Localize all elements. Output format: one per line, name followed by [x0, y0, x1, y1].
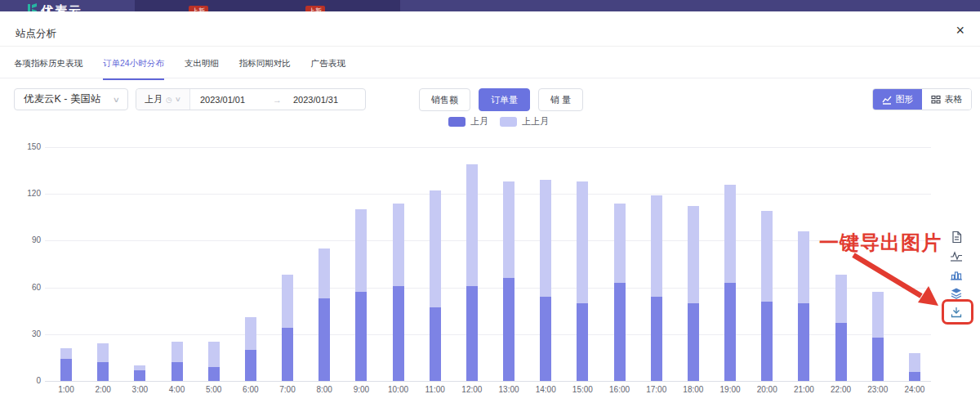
tab-ad-performance[interactable]: 广告表现 [311, 47, 345, 80]
chart-legend: 上月上上月 [448, 115, 549, 128]
period-label: 上月 [145, 93, 163, 105]
site-analysis-panel: 站点分析 × 各项指标历史表现 订单24小时分布 支出明细 指标同期对比 广告表… [0, 11, 980, 412]
top-navbar: 优麦云 上新 上新 [0, 0, 980, 11]
annotation-export-text: 一键导出图片 [819, 230, 942, 256]
bar-chart-icon[interactable] [947, 268, 965, 281]
start-date-input[interactable]: 2023/01/01 [190, 89, 273, 110]
tab-period-compare[interactable]: 指标同期对比 [239, 47, 291, 80]
table-view-button[interactable]: 表格 [922, 89, 971, 110]
legend-item[interactable]: 上上月 [500, 115, 549, 128]
table-icon [931, 95, 941, 105]
page-title: 站点分析 [16, 27, 56, 41]
legend-swatch [500, 117, 517, 127]
navbar-section [135, 0, 400, 11]
order-count-button[interactable]: 订单量 [479, 88, 530, 111]
tab-history-metrics[interactable]: 各项指标历史表现 [14, 47, 82, 80]
brand-logo: 优麦云 [41, 3, 82, 11]
line-chart-icon [882, 95, 892, 105]
trend-line-icon[interactable] [947, 249, 965, 262]
layers-icon[interactable] [947, 287, 965, 300]
legend-label: 上上月 [522, 115, 549, 128]
period-preset[interactable]: 上月 ◷ ∨ [136, 89, 190, 110]
legend-item[interactable]: 上月 [448, 115, 488, 128]
brand-logo-icon [28, 4, 37, 11]
chart-view-button[interactable]: 图形 [873, 89, 922, 110]
arrow-right-icon: → [273, 89, 293, 110]
legend-label: 上月 [470, 115, 488, 128]
chart-view-label: 图形 [896, 93, 914, 105]
clock-icon: ◷ [166, 96, 172, 104]
chevron-down-icon: ∨ [113, 96, 120, 104]
document-icon[interactable] [947, 231, 965, 244]
tab-expense-detail[interactable]: 支出明细 [185, 47, 219, 80]
legend-swatch [448, 117, 466, 127]
sales-amount-button[interactable]: 销售额 [419, 88, 470, 111]
site-select-value: 优麦云K - 美国站 [24, 92, 100, 106]
metric-buttons: 销售额 订单量 销 量 [419, 88, 583, 111]
close-icon[interactable]: × [956, 23, 964, 38]
site-select[interactable]: 优麦云K - 美国站 ∨ [14, 88, 128, 110]
end-date-input[interactable]: 2023/01/31 [293, 89, 338, 110]
date-range-picker[interactable]: 上月 ◷ ∨ 2023/01/01 → 2023/01/31 [136, 88, 366, 110]
panel-header: 站点分析 × [0, 11, 980, 47]
table-view-label: 表格 [945, 93, 963, 105]
chevron-down-icon: ∨ [175, 96, 181, 103]
tab-bar: 各项指标历史表现 订单24小时分布 支出明细 指标同期对比 广告表现 [0, 47, 980, 78]
sales-volume-button[interactable]: 销 量 [538, 88, 583, 111]
tab-24h-orders[interactable]: 订单24小时分布 [103, 47, 164, 80]
annotation-highlight-box [942, 299, 973, 325]
view-toggle: 图形 表格 [872, 88, 972, 110]
